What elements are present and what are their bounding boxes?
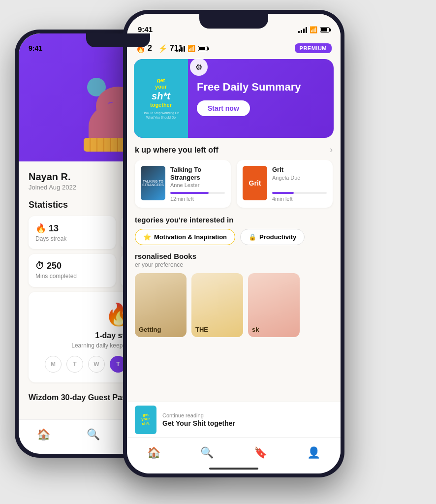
phone2-profile-icon: 👤 (307, 446, 320, 459)
phone1-time: 9:41 (29, 44, 42, 52)
book-card-strangers[interactable]: TALKING TO STRANGERS Talking To Stranger… (135, 160, 231, 208)
phone2-nav-profile[interactable]: 👤 (302, 442, 326, 464)
phone2-battery-icon (320, 27, 330, 32)
progress-bar-strangers (170, 192, 225, 194)
pers-book-2-text: THE (191, 322, 212, 337)
book-cover-strangers: TALKING TO STRANGERS (141, 166, 165, 200)
pers-book-3[interactable]: sk (248, 273, 300, 337)
book-subtitle: How To Stop Worrying On What You Should … (143, 111, 180, 120)
banner-book-cover: get your sh*t together How To Stop Worry… (134, 59, 188, 138)
scene: 9:41 📶 ⚙ (0, 0, 436, 504)
phone1-notch (86, 33, 150, 47)
category-motivation[interactable]: ⭐ Motivation & Inspiration (135, 229, 235, 245)
category-productivity[interactable]: 🔒 Productivity (240, 229, 305, 245)
pers-book-2[interactable]: THE (191, 273, 243, 337)
book-author-grit: Angela Duc (272, 175, 327, 181)
continue-label: Continue reading (162, 412, 235, 418)
personalised-section: rsonalised Books er your preference Gett… (127, 252, 341, 344)
time-left-grit: 4min left (272, 196, 327, 202)
book-name-grit: Grit (272, 166, 327, 174)
continue-reading-bar[interactable]: getyoursh*t Continue reading Get Your Sh… (127, 402, 341, 437)
book-card-grit[interactable]: Grit Grit Angela Duc 4min le (237, 160, 333, 208)
phone2-bookmark-icon: 🔖 (254, 446, 267, 459)
pers-book-3-text: sk (248, 322, 263, 337)
motivation-label: Motivation & Inspiration (154, 233, 227, 241)
phone2: 9:41 📶 � (123, 10, 344, 477)
phone2-time: 9:41 (138, 25, 153, 33)
book-info-strangers: Talking To Strangers Anne Lester 12min l… (170, 166, 225, 202)
stat-mins-value: ⏱ 250 (35, 261, 109, 271)
phone2-content: get your sh*t together How To Stop Worry… (127, 59, 341, 437)
phone2-notch (199, 14, 268, 29)
time-left-strangers: 12min left (170, 196, 225, 202)
day-W: W (88, 356, 105, 373)
pers-book-1-text: Getting (135, 322, 165, 337)
clock-icon: ⏱ (35, 261, 44, 271)
continue-text: Continue reading Get Your Shit together (162, 412, 235, 427)
personalised-books-row: Getting THE sk (135, 273, 333, 337)
start-now-button[interactable]: Start now (197, 100, 250, 116)
personalised-subtitle: er your preference (135, 261, 333, 268)
pickup-section-header: k up where you left off › (127, 145, 341, 160)
nav-search[interactable]: 🔍 (81, 424, 106, 445)
phone2-wifi-icon: 📶 (310, 26, 317, 33)
pers-book-1[interactable]: Getting (135, 273, 187, 337)
star-icon: ⭐ (143, 233, 151, 241)
day-M: M (45, 356, 62, 373)
productivity-label: Productivity (259, 233, 296, 241)
phone2-home-icon: 🏠 (147, 446, 160, 459)
stat-streak-value: 🔥 13 (35, 223, 109, 234)
progress-fill-strangers (170, 192, 209, 194)
premium-badge[interactable]: PREMIUM (295, 43, 332, 53)
settings-button[interactable]: ⚙ (190, 58, 208, 76)
banner-title: Free Daily Summary (197, 81, 325, 94)
wifi-icon: 📶 (187, 45, 195, 52)
daily-banner: get your sh*t together How To Stop Worry… (134, 59, 334, 138)
book-author-strangers: Anne Lester (170, 182, 225, 188)
flame-icon: 🔥 (35, 223, 46, 234)
battery-icon (198, 46, 208, 51)
phone1-status-icons: 📶 (176, 45, 208, 52)
phone2-nav-home[interactable]: 🏠 (141, 442, 166, 464)
continue-title: Get Your Shit together (162, 419, 235, 427)
books-row: TALKING TO STRANGERS Talking To Stranger… (127, 160, 341, 216)
day-T1: T (66, 356, 83, 373)
book-cover-title: get your sh*t together (150, 77, 172, 109)
pickup-title: k up where you left off (135, 146, 218, 155)
stat-card-streak: 🔥 13 Days streak (29, 216, 116, 249)
phone2-nav-search[interactable]: 🔍 (195, 442, 219, 464)
lock-icon: 🔒 (249, 233, 256, 241)
continue-book-cover: getyoursh*t (135, 406, 156, 434)
progress-fill-grit (272, 192, 294, 194)
home-indicator (209, 468, 258, 470)
search-icon: 🔍 (87, 428, 100, 441)
categories-row: ⭐ Motivation & Inspiration 🔒 Productivit… (135, 229, 333, 245)
pickup-arrow-icon[interactable]: › (330, 145, 333, 155)
guest-pass-title: Wizdom 30-day Guest Pass (29, 393, 131, 402)
categories-title: tegories you're interested in (135, 216, 333, 224)
stat-streak-label: Days streak (35, 235, 109, 242)
stat-mins-label: Mins completed (35, 273, 109, 280)
book-name-strangers: Talking To Strangers (170, 166, 225, 181)
phone2-navbar: 🏠 🔍 🔖 👤 (127, 437, 341, 473)
nav-home[interactable]: 🏠 (31, 424, 56, 445)
banner-text-area: Free Daily Summary Start now (188, 73, 334, 124)
phone2-status-icons: 📶 (298, 26, 330, 33)
book-cover-grit: Grit (243, 166, 267, 200)
categories-section: tegories you're interested in ⭐ Motivati… (127, 216, 341, 252)
signal-bars-icon (176, 46, 185, 52)
home-icon: 🏠 (37, 428, 50, 441)
phone2-search-icon: 🔍 (200, 446, 214, 459)
book-info-grit: Grit Angela Duc 4min left (272, 166, 327, 202)
stat-card-mins: ⏱ 250 Mins completed (29, 254, 116, 287)
phone2-signal-icon (298, 27, 307, 33)
personalised-title: rsonalised Books (135, 252, 333, 260)
progress-bar-grit (272, 192, 327, 194)
phone2-nav-library[interactable]: 🔖 (248, 442, 273, 464)
